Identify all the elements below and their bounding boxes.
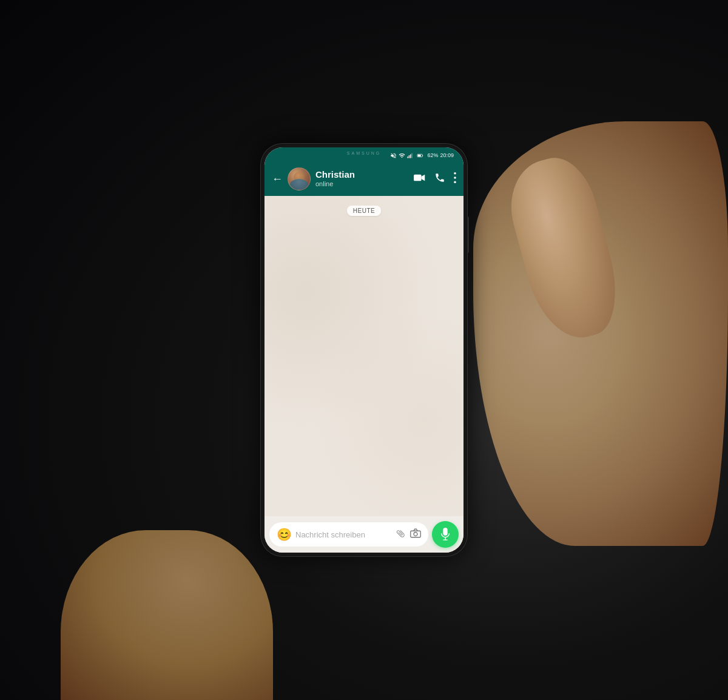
video-call-button[interactable] bbox=[414, 173, 426, 184]
phone-call-button[interactable] bbox=[434, 172, 445, 186]
wifi-icon bbox=[399, 152, 405, 159]
svg-rect-0 bbox=[408, 156, 408, 158]
contact-name[interactable]: Christian bbox=[315, 169, 409, 180]
contact-info: Christian online bbox=[315, 169, 409, 188]
time-display: 20:09 bbox=[440, 152, 454, 158]
camera-icon bbox=[410, 528, 421, 538]
phone-wrapper: SAMSUNG bbox=[261, 144, 467, 556]
status-bar: SAMSUNG bbox=[265, 147, 463, 162]
hand-right bbox=[473, 121, 728, 546]
message-placeholder: Nachricht schreiben bbox=[295, 530, 393, 539]
avatar-body bbox=[290, 179, 308, 190]
chat-header: ← Christian online bbox=[265, 162, 463, 196]
input-bar: 😊 Nachricht schreiben bbox=[265, 516, 463, 553]
svg-point-8 bbox=[454, 172, 456, 175]
svg-rect-6 bbox=[418, 154, 421, 156]
phone-screen: SAMSUNG bbox=[265, 147, 463, 553]
status-icons: 62% 20:09 bbox=[390, 152, 454, 159]
camera-button[interactable] bbox=[410, 528, 421, 540]
back-button[interactable]: ← bbox=[272, 173, 283, 184]
mic-button[interactable] bbox=[432, 521, 459, 548]
paperclip-icon bbox=[394, 527, 408, 540]
mute-icon bbox=[390, 152, 397, 159]
microphone-icon bbox=[440, 528, 450, 541]
emoji-button[interactable]: 😊 bbox=[277, 527, 292, 542]
avatar bbox=[288, 167, 311, 190]
svg-point-9 bbox=[454, 177, 456, 179]
phone-device: SAMSUNG bbox=[261, 144, 467, 556]
phone-icon bbox=[434, 172, 445, 183]
header-icons bbox=[414, 172, 456, 186]
video-camera-icon bbox=[414, 173, 426, 182]
svg-rect-7 bbox=[414, 175, 421, 181]
svg-rect-13 bbox=[443, 528, 447, 536]
svg-rect-2 bbox=[410, 154, 411, 158]
battery-percent: 62% bbox=[427, 152, 438, 158]
device-brand: SAMSUNG bbox=[347, 151, 381, 155]
svg-rect-3 bbox=[412, 153, 413, 158]
attach-button[interactable] bbox=[394, 527, 410, 542]
more-menu-button[interactable] bbox=[454, 172, 456, 186]
more-vertical-icon bbox=[454, 172, 456, 183]
date-badge: HEUTE bbox=[347, 206, 381, 216]
hand-bottom bbox=[61, 530, 273, 700]
battery-icon bbox=[416, 152, 425, 159]
message-input-container: 😊 Nachricht schreiben bbox=[269, 522, 428, 547]
contact-status: online bbox=[315, 180, 409, 188]
chat-area: HEUTE bbox=[265, 196, 463, 516]
svg-point-12 bbox=[414, 533, 417, 536]
signal-icon bbox=[407, 152, 414, 159]
svg-rect-1 bbox=[409, 155, 410, 158]
svg-point-10 bbox=[454, 181, 456, 183]
svg-rect-5 bbox=[423, 155, 423, 156]
